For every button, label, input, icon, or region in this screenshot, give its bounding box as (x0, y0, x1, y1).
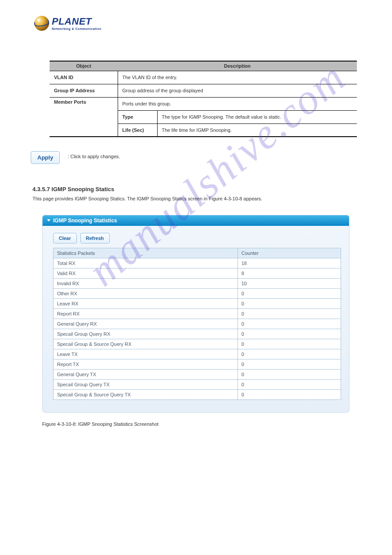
col-header-packets: Statistics Packets (54, 248, 238, 258)
clear-button[interactable]: Clear (53, 233, 77, 243)
stat-label: Valid RX (54, 268, 238, 278)
table-row: Leave TX0 (54, 349, 341, 359)
table-row: Report RX0 (54, 308, 341, 319)
apply-button[interactable]: Apply (31, 151, 60, 164)
object-description-table: Object Description VLAN ID The VLAN ID o… (50, 61, 357, 137)
table-row: Valid RX8 (54, 268, 341, 278)
stat-label: Specail Group & Source Query RX (54, 339, 238, 349)
cell-desc: The VLAN ID of the entry. (118, 71, 357, 84)
stat-value: 0 (238, 319, 341, 329)
cell-desc: The life time for IGMP Snooping. (157, 123, 357, 137)
table-row: Other RX0 (54, 288, 341, 298)
stat-value: 0 (238, 308, 341, 319)
stat-label: Other RX (54, 288, 238, 298)
cell-object: Member Ports (50, 97, 118, 137)
table-row: Specail Group Query RX0 (54, 329, 341, 339)
table-row: Leave RX0 (54, 298, 341, 308)
stat-value: 18 (238, 258, 341, 268)
table-row: Specail Group & Source Query RX0 (54, 339, 341, 349)
cell-object: VLAN ID (50, 71, 118, 84)
stat-label: Specail Group Query TX (54, 379, 238, 389)
chevron-down-icon (47, 219, 50, 221)
stat-value: 0 (238, 298, 341, 308)
col-header-object: Object (50, 61, 118, 71)
col-header-counter: Counter (238, 248, 341, 258)
table-row: Member Ports Ports under this group. (50, 97, 357, 110)
stat-label: Specail Group & Source Query TX (54, 389, 238, 399)
section-heading: 4.3.5.7 IGMP Snooping Statics (32, 186, 392, 192)
table-row: Specail Group & Source Query TX0 (54, 389, 341, 399)
col-header-description: Description (118, 61, 357, 71)
stat-value: 0 (238, 379, 341, 389)
stat-label: Invalid RX (54, 278, 238, 288)
stat-value: 0 (238, 288, 341, 298)
cell-desc: Group address of the group displayed (118, 84, 357, 97)
cell-sub: Life (Sec) (118, 123, 157, 137)
stat-value: 0 (238, 339, 341, 349)
stat-value: 0 (238, 329, 341, 339)
logo-globe-icon (34, 16, 49, 31)
table-row: Group IP Address Group address of the gr… (50, 84, 357, 97)
statistics-table: Statistics Packets Counter Total RX18Val… (53, 248, 341, 400)
stat-label: Leave RX (54, 298, 238, 308)
apply-description: : Click to apply changes. (68, 151, 120, 159)
stat-label: Report RX (54, 308, 238, 319)
stat-label: Total RX (54, 258, 238, 268)
cell-object: Group IP Address (50, 84, 118, 97)
stat-value: 0 (238, 349, 341, 359)
igmp-statistics-panel: IGMP Snooping Statistics Clear Refresh S… (42, 215, 349, 413)
logo: PLANET Networking & Communication (0, 0, 392, 31)
cell-sub: Type (118, 110, 157, 123)
stat-label: Report TX (54, 359, 238, 369)
panel-title: IGMP Snooping Statistics (53, 218, 117, 224)
refresh-button[interactable]: Refresh (80, 233, 110, 243)
table-row: General Query RX0 (54, 319, 341, 329)
table-row: Specail Group Query TX0 (54, 379, 341, 389)
stat-value: 0 (238, 359, 341, 369)
cell-desc: Ports under this group. (118, 97, 357, 110)
table-row: General Query TX0 (54, 369, 341, 379)
panel-header[interactable]: IGMP Snooping Statistics (43, 215, 349, 226)
logo-title: PLANET (52, 16, 101, 27)
table-row: Invalid RX10 (54, 278, 341, 288)
stat-value: 0 (238, 389, 341, 399)
stat-value: 8 (238, 268, 341, 278)
table-row: Total RX18 (54, 258, 341, 268)
stat-label: General Query RX (54, 319, 238, 329)
cell-desc: The type for IGMP Snooping. The default … (157, 110, 357, 123)
stat-label: Specail Group Query RX (54, 329, 238, 339)
table-row: Report TX0 (54, 359, 341, 369)
section-description: This page provides IGMP Snooping Statics… (32, 195, 392, 203)
stat-value: 10 (238, 278, 341, 288)
table-row: VLAN ID The VLAN ID of the entry. (50, 71, 357, 84)
logo-subtitle: Networking & Communication (52, 27, 101, 30)
figure-caption: Figure 4-3-10-8: IGMP Snooping Statistic… (42, 421, 392, 427)
stat-label: Leave TX (54, 349, 238, 359)
stat-label: General Query TX (54, 369, 238, 379)
stat-value: 0 (238, 369, 341, 379)
